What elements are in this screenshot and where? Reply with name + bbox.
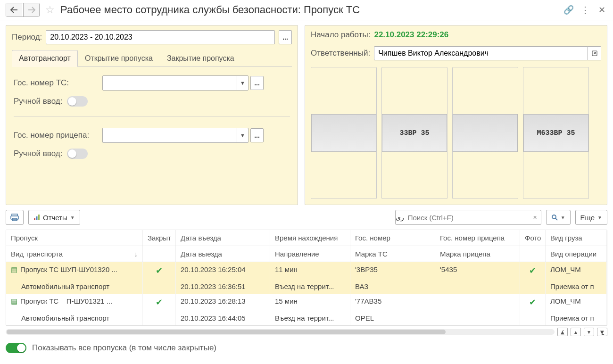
- plate-input[interactable]: [103, 76, 237, 90]
- svg-rect-4: [34, 218, 35, 220]
- favorite-star-icon[interactable]: ☆: [43, 4, 57, 16]
- kebab-menu-icon[interactable]: ⋮: [578, 4, 593, 16]
- svg-point-7: [552, 215, 556, 219]
- table-subrow[interactable]: Автомобильный транспорт20.10.2023 16:44:…: [6, 311, 607, 325]
- col-direction[interactable]: Направление: [270, 246, 350, 262]
- start-time-value: 22.10.2023 22:29:26: [374, 30, 448, 40]
- col-cargo[interactable]: Вид груза: [546, 230, 607, 246]
- table-row[interactable]: ▤Пропуск ТС ШУП-ШУ01320 ...✔20.10.2023 1…: [6, 262, 607, 279]
- nav-forward-button[interactable]: [23, 3, 39, 17]
- search-clear-button[interactable]: ×: [530, 214, 541, 221]
- table-row[interactable]: ▤Пропуск ТС П-ШУ01321 ...✔20.10.2023 16:…: [6, 294, 607, 311]
- plate-label: Гос. номер ТС:: [14, 78, 89, 88]
- col-closed[interactable]: Закрыт: [143, 230, 176, 246]
- camera-thumb-4[interactable]: М633ВР 35: [523, 67, 589, 199]
- scroll-up-button[interactable]: ▲: [571, 328, 581, 336]
- check-icon: ✔: [156, 266, 163, 275]
- page-title: Рабочее место сотрудника службы безопасн…: [60, 4, 560, 16]
- filters-panel: Период: ... Автотранспорт Открытие пропу…: [6, 25, 298, 205]
- nav-back-button[interactable]: [6, 3, 22, 17]
- col-trailer[interactable]: Гос. номер прицепа: [435, 230, 520, 246]
- search-wrapper: ری ×: [395, 210, 541, 225]
- filters-tabs: Автотранспорт Открытие пропуска Закрытие…: [12, 50, 292, 67]
- document-icon: ▤: [11, 297, 17, 306]
- print-button[interactable]: [6, 210, 24, 225]
- col-date-out[interactable]: Дата выезда: [176, 246, 270, 262]
- period-input[interactable]: [46, 30, 275, 44]
- sort-down-icon: ↓: [134, 250, 138, 258]
- col-photo[interactable]: Фото: [520, 230, 546, 246]
- manual-input-label-1: Ручной ввод:: [14, 97, 62, 106]
- col-trailer-brand[interactable]: Марка прицепа: [435, 246, 520, 262]
- col-brand[interactable]: Марка ТС: [350, 246, 435, 262]
- plate-dropdown-button[interactable]: ▼: [237, 76, 248, 90]
- trailer-plate-label: Гос. номер прицепа:: [14, 131, 94, 140]
- link-icon[interactable]: 🔗: [563, 5, 574, 15]
- col-time[interactable]: Время нахождения: [270, 230, 350, 246]
- camera-thumb-3[interactable]: [452, 67, 518, 199]
- svg-rect-6: [38, 215, 40, 220]
- svg-line-8: [555, 218, 557, 220]
- horizontal-scrollbar[interactable]: [6, 329, 555, 335]
- tab-auto[interactable]: Автотранспорт: [12, 50, 78, 67]
- col-transport-kind[interactable]: Вид транспорта ↓: [6, 246, 143, 262]
- search-input[interactable]: [404, 214, 530, 222]
- trailer-picker-button[interactable]: ...: [250, 128, 264, 142]
- trailer-dropdown-button[interactable]: ▼: [237, 128, 248, 142]
- col-pass[interactable]: Пропуск: [6, 230, 143, 246]
- period-label: Период:: [12, 33, 42, 42]
- col-plate[interactable]: Гос. номер: [350, 230, 435, 246]
- tab-open-pass[interactable]: Открытие пропуска: [78, 50, 160, 66]
- show-all-label: Показывать все пропуска (в том числе зак…: [32, 343, 216, 353]
- scroll-down-button[interactable]: ▼: [584, 328, 594, 336]
- responsible-input[interactable]: [374, 46, 588, 60]
- responsible-open-button[interactable]: [588, 46, 601, 60]
- tab-close-pass[interactable]: Закрытие пропуска: [160, 50, 241, 66]
- table-subrow[interactable]: Автомобильный транспорт20.10.2023 16:36:…: [6, 279, 607, 294]
- find-button[interactable]: ▼: [546, 210, 571, 225]
- trailer-plate-input[interactable]: [103, 128, 237, 142]
- plate-picker-button[interactable]: ...: [250, 76, 264, 90]
- check-icon: ✔: [529, 298, 536, 307]
- document-icon: ▤: [11, 265, 17, 274]
- info-panel: Начало работы: 22.10.2023 22:29:26 Ответ…: [305, 25, 607, 205]
- start-time-label: Начало работы:: [311, 30, 370, 40]
- col-date-in[interactable]: Дата въезда: [176, 230, 270, 246]
- check-icon: ✔: [529, 266, 536, 275]
- camera-thumb-2[interactable]: 33ВР 35: [381, 67, 447, 199]
- svg-rect-5: [36, 216, 38, 220]
- manual-input-label-2: Ручной ввод:: [14, 149, 62, 158]
- camera-thumb-1[interactable]: [311, 67, 377, 199]
- close-icon[interactable]: ✕: [596, 5, 607, 15]
- period-picker-button[interactable]: ...: [279, 30, 292, 44]
- reports-button[interactable]: Отчеты ▼: [28, 210, 80, 225]
- responsible-label: Ответственный:: [311, 49, 370, 58]
- manual-input-toggle-1[interactable]: [67, 96, 88, 107]
- manual-input-toggle-2[interactable]: [67, 149, 88, 159]
- more-button[interactable]: Еще ▼: [575, 210, 607, 225]
- col-op-kind[interactable]: Вид операции: [546, 246, 607, 262]
- check-icon: ✔: [156, 298, 163, 307]
- scroll-top-button[interactable]: ▲̄: [557, 328, 568, 336]
- show-all-toggle[interactable]: [6, 343, 26, 353]
- scroll-bottom-button[interactable]: ▼̲: [597, 328, 607, 336]
- passes-table: Пропуск Закрыт Дата въезда Время нахожде…: [6, 230, 607, 326]
